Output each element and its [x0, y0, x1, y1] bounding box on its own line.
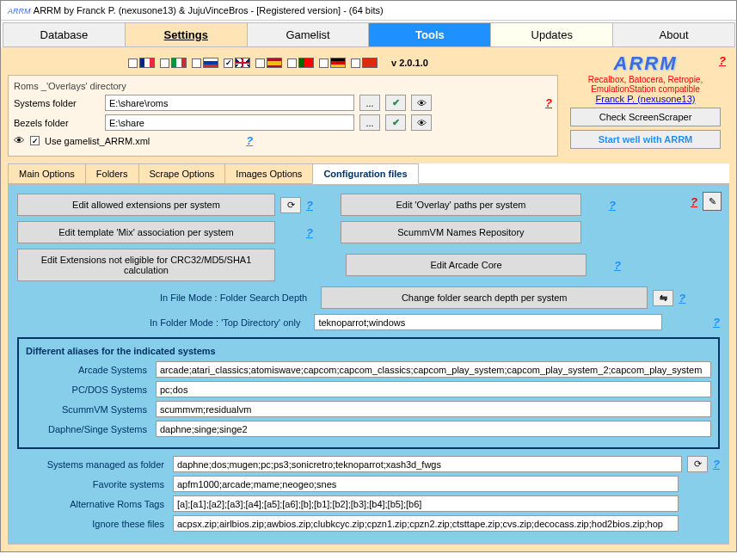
flag-uk-icon	[235, 58, 250, 68]
ignore-label: Ignore these files	[17, 519, 168, 529]
scummvm-input[interactable]	[156, 401, 711, 417]
subtab-images[interactable]: Images Options	[224, 163, 313, 184]
use-gamelist-label: Use gamelist_ARRM.xml	[45, 136, 150, 146]
bottom-fields: Systems managed as folder ⟳ ? Favorite s…	[17, 456, 720, 532]
refresh-icon: ⟳	[694, 458, 702, 470]
help-folder-mode[interactable]: ?	[713, 316, 720, 329]
help-systems-folder[interactable]: ?	[545, 96, 552, 109]
bezels-folder-input[interactable]	[105, 114, 354, 131]
bezels-folder-view-button[interactable]: 👁	[411, 114, 432, 131]
pencil-icon: ✎	[709, 196, 716, 207]
aliases-group: Different aliases for the indicated syst…	[17, 337, 720, 449]
help-panel-top[interactable]: ?	[691, 195, 697, 208]
help-edit-arcade[interactable]: ?	[614, 259, 621, 272]
tab-about[interactable]: About	[612, 22, 735, 47]
eye-icon: 👁	[14, 134, 25, 147]
check-icon: ✔	[392, 97, 400, 108]
flag-checkbox-fr[interactable]	[128, 58, 138, 68]
help-edit-ext[interactable]: ?	[306, 199, 313, 212]
tab-tools[interactable]: Tools	[368, 22, 491, 47]
flag-portugal-icon	[298, 58, 314, 68]
flag-china-icon	[362, 58, 378, 68]
start-well-button[interactable]: Start well with ARRM	[570, 130, 721, 149]
systems-folder-input[interactable]	[105, 95, 354, 111]
aliases-title: Different aliases for the indicated syst…	[26, 346, 711, 356]
flag-checkbox-pt[interactable]	[287, 58, 297, 68]
tab-gamelist[interactable]: Gamelist	[247, 22, 370, 47]
help-managed[interactable]: ?	[713, 458, 720, 471]
edit-crc-button[interactable]: Edit Extensions not eligible for CRC32/M…	[17, 249, 275, 281]
arrm-logo: ARRM	[570, 52, 721, 75]
version-label: v 2.0.1.0	[391, 58, 428, 68]
folder-mode-input[interactable]	[314, 314, 662, 330]
flag-checkbox-en[interactable]	[224, 58, 233, 68]
content-area: v 2.0.1.0 ? ARRM Recalbox, Batocera, Ret…	[1, 47, 736, 551]
scummvm-repo-button[interactable]: ScummVM Names Repository	[341, 221, 581, 243]
daphne-label: Daphne/Singe Systems	[26, 424, 150, 434]
check-screenscraper-button[interactable]: Check ScreenScraper	[570, 108, 721, 126]
flag-france-icon	[139, 58, 155, 68]
language-flag-row: v 2.0.1.0 ? ARRM Recalbox, Batocera, Ret…	[8, 54, 729, 71]
flag-checkbox-zh[interactable]	[351, 58, 360, 68]
daphne-input[interactable]	[156, 421, 711, 437]
window-title: ARRM ARRM by Franck P. (nexusone13) & Ju…	[1, 1, 736, 21]
systems-folder-label: Systems folder	[14, 98, 100, 108]
tab-updates[interactable]: Updates	[490, 22, 613, 47]
edit-pencil-button[interactable]: ✎	[703, 192, 722, 211]
flag-checkbox-es[interactable]	[255, 58, 265, 68]
depth-toggle-button[interactable]: ⇋	[653, 290, 673, 306]
systems-folder-confirm-button[interactable]: ✔	[385, 95, 406, 111]
managed-input[interactable]	[173, 456, 682, 472]
refresh-icon: ⟳	[287, 200, 295, 211]
flag-checkbox-de[interactable]	[319, 58, 329, 68]
config-panel: ? ✎ Edit allowed extensions per system ⟳…	[8, 184, 729, 545]
flag-checkbox-ru[interactable]	[192, 58, 201, 68]
systems-folder-browse-button[interactable]: ...	[359, 95, 380, 111]
compat-text: Recalbox, Batocera, Retropie,EmulationSt…	[570, 75, 721, 94]
edit-mix-button[interactable]: Edit template 'Mix' association per syst…	[17, 221, 275, 243]
bezels-folder-confirm-button[interactable]: ✔	[385, 114, 406, 131]
edit-overlay-button[interactable]: Edit 'Overlay' paths per system	[341, 194, 581, 216]
help-top-right[interactable]: ?	[719, 54, 726, 67]
flag-checkbox-it[interactable]	[160, 58, 169, 68]
bezels-folder-browse-button[interactable]: ...	[359, 114, 380, 131]
refresh-ext-button[interactable]: ⟳	[280, 197, 301, 213]
edit-arcade-button[interactable]: Edit Arcade Core	[346, 254, 587, 276]
tab-database[interactable]: Database	[3, 22, 126, 47]
scummvm-label: ScummVM Systems	[26, 404, 150, 415]
help-use-gamelist[interactable]: ?	[246, 134, 253, 147]
arcade-input[interactable]	[156, 361, 711, 378]
subtab-config[interactable]: Configuration files	[312, 163, 418, 184]
fav-input[interactable]	[173, 476, 679, 492]
help-change-depth[interactable]: ?	[679, 292, 685, 305]
use-gamelist-checkbox[interactable]	[30, 136, 40, 145]
alt-input[interactable]	[173, 495, 679, 512]
edit-extensions-button[interactable]: Edit allowed extensions per system	[17, 194, 275, 216]
alt-label: Alternative Roms Tags	[17, 499, 168, 509]
managed-label: Systems managed as folder	[17, 459, 168, 470]
flag-italy-icon	[171, 58, 187, 68]
ignore-input[interactable]	[173, 515, 679, 532]
folder-mode-label: In Folder Mode : 'Top Directory' only	[150, 317, 300, 328]
change-depth-button[interactable]: Change folder search depth per system	[321, 286, 648, 309]
subtab-folders[interactable]: Folders	[85, 163, 139, 184]
managed-refresh-button[interactable]: ⟳	[687, 456, 708, 472]
author-link[interactable]: Franck P. (nexusone13)	[570, 94, 721, 104]
main-tab-bar: Database Settings Gamelist Tools Updates…	[1, 21, 736, 47]
roms-overlays-legend: Roms _'Overlays' directory	[14, 81, 552, 91]
toggle-icon: ⇋	[660, 292, 667, 304]
subtab-main[interactable]: Main Options	[8, 163, 86, 184]
flag-russia-icon	[203, 58, 218, 68]
eye-icon: 👁	[417, 118, 427, 128]
roms-overlays-group: Roms _'Overlays' directory Systems folde…	[8, 75, 558, 157]
pcdos-input[interactable]	[156, 381, 711, 397]
help-edit-mix[interactable]: ?	[306, 226, 313, 239]
help-edit-overlay[interactable]: ?	[609, 199, 616, 212]
subtab-scrape[interactable]: Scrape Options	[138, 163, 226, 184]
systems-folder-view-button[interactable]: 👁	[411, 95, 432, 111]
check-icon: ✔	[392, 117, 400, 128]
file-mode-label: In File Mode : Folder Search Depth	[160, 292, 307, 303]
tab-settings[interactable]: Settings	[125, 22, 248, 47]
bezels-folder-label: Bezels folder	[14, 118, 100, 128]
sub-tab-bar: Main Options Folders Scrape Options Imag…	[8, 163, 729, 184]
